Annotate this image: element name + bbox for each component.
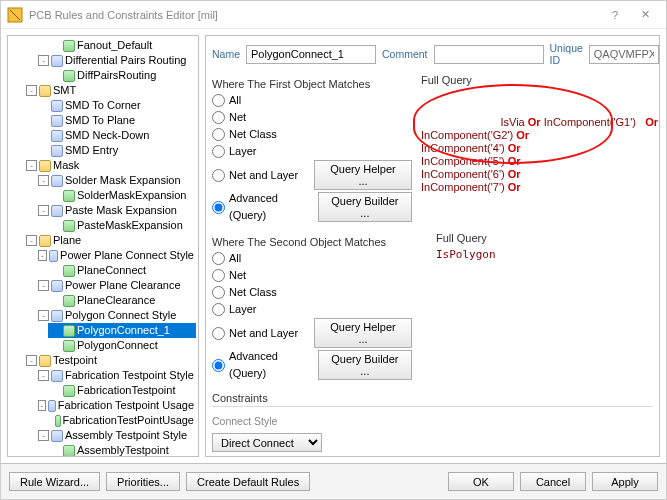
tree-node[interactable]: SMD To Corner (36, 98, 196, 113)
tree-node[interactable]: -Paste Mask Expansion (36, 203, 196, 218)
rule-icon (51, 370, 63, 382)
expand-toggle[interactable]: - (38, 430, 49, 441)
match-radio-label: Net Class (229, 126, 277, 143)
fullquery1-text[interactable]: IsVia Or InComponent('G1') OrInComponent… (421, 88, 658, 196)
match-radio-advanced-query-[interactable] (212, 359, 225, 372)
match-radio-net[interactable] (212, 269, 225, 282)
connect-style-select[interactable]: Direct Connect (212, 433, 322, 452)
tree-node[interactable]: PlaneConnect (48, 263, 196, 278)
match-radio-net-class[interactable] (212, 128, 225, 141)
tree-node[interactable]: -SMT (24, 83, 196, 98)
tree-node[interactable]: -Differential Pairs Routing (36, 53, 196, 68)
match-radio-layer[interactable] (212, 145, 225, 158)
tree-node[interactable]: -Polygon Connect Style (36, 308, 196, 323)
titlebar: PCB Rules and Constraints Editor [mil] ?… (1, 1, 666, 29)
match1-title: Where The First Object Matches (212, 78, 412, 90)
tree-node[interactable]: -Assembly Testpoint Style (36, 428, 196, 443)
help-button[interactable]: ? (600, 5, 630, 25)
tree-node[interactable]: SolderMaskExpansion (48, 188, 196, 203)
rule-icon (48, 400, 56, 412)
tree-node[interactable]: -Solder Mask Expansion (36, 173, 196, 188)
match-radio-all[interactable] (212, 252, 225, 265)
tree-node[interactable]: DiffPairsRouting (48, 68, 196, 83)
match-radio-all[interactable] (212, 94, 225, 107)
expand-toggle[interactable]: - (38, 205, 49, 216)
tree-node-label: PolygonConnect (77, 338, 158, 353)
tree-node[interactable]: -Mask (24, 158, 196, 173)
rule-icon (51, 130, 63, 142)
tree-node[interactable]: PlaneClearance (48, 293, 196, 308)
match-radio-label: Net and Layer (229, 325, 298, 342)
match-radio-label: All (229, 92, 241, 109)
rule-icon (51, 310, 63, 322)
create-default-rules-button[interactable]: Create Default Rules (186, 472, 310, 491)
comment-input[interactable] (434, 45, 544, 64)
tree-node-label: PlaneConnect (77, 263, 146, 278)
rule-icon (51, 175, 63, 187)
expand-toggle[interactable]: - (26, 85, 37, 96)
tree-node[interactable]: -Power Plane Connect Style (36, 248, 196, 263)
query-builder-button[interactable]: Query Builder ... (318, 350, 412, 380)
expand-toggle[interactable]: - (38, 55, 49, 66)
leaf-icon (63, 295, 75, 307)
expand-toggle[interactable]: - (26, 235, 37, 246)
expand-toggle[interactable]: - (38, 250, 47, 261)
tree-node[interactable]: -Power Plane Clearance (36, 278, 196, 293)
tree-node-label: AssemblyTestpoint (77, 443, 169, 457)
match-radio-label: Net (229, 267, 246, 284)
query-helper-button[interactable]: Query Helper ... (314, 318, 412, 348)
name-input[interactable] (246, 45, 376, 64)
tree-node[interactable]: -Fabrication Testpoint Style (36, 368, 196, 383)
tree-node[interactable]: FabricationTestPointUsage (48, 413, 196, 428)
expand-toggle[interactable]: - (38, 280, 49, 291)
close-button[interactable]: ✕ (630, 5, 660, 25)
match-radio-net-class[interactable] (212, 286, 225, 299)
tree-node-label: SMT (53, 83, 76, 98)
match-radio-net[interactable] (212, 111, 225, 124)
cancel-button[interactable]: Cancel (520, 472, 586, 491)
tree-node[interactable]: AssemblyTestpoint (48, 443, 196, 457)
leaf-icon (63, 265, 75, 277)
expand-toggle[interactable]: - (38, 370, 49, 381)
tree-node-label: Solder Mask Expansion (65, 173, 181, 188)
match-radio-layer[interactable] (212, 303, 225, 316)
tree-node[interactable]: -Testpoint (24, 353, 196, 368)
expand-toggle[interactable]: - (26, 160, 37, 171)
rule-icon (51, 55, 63, 67)
match-radio-label: Advanced (Query) (229, 348, 314, 382)
rules-tree[interactable]: Fanout_Default-Differential Pairs Routin… (7, 35, 199, 457)
tree-node[interactable]: -Fabrication Testpoint Usage (36, 398, 196, 413)
match-radio-net-and-layer[interactable] (212, 169, 225, 182)
tree-node[interactable]: SMD Neck-Down (36, 128, 196, 143)
fullquery2-text[interactable]: IsPolygon (436, 246, 653, 263)
expand-toggle[interactable]: - (38, 175, 49, 186)
tree-node[interactable]: FabricationTestpoint (48, 383, 196, 398)
leaf-icon (63, 325, 75, 337)
tree-node[interactable]: SMD To Plane (36, 113, 196, 128)
tree-node[interactable]: PolygonConnect_1 (48, 323, 196, 338)
tree-node-label: SolderMaskExpansion (77, 188, 186, 203)
query-builder-button[interactable]: Query Builder ... (318, 192, 412, 222)
rule-wizard-button[interactable]: Rule Wizard... (9, 472, 100, 491)
rule-icon (51, 430, 63, 442)
expand-toggle[interactable]: - (26, 355, 37, 366)
folder-icon (39, 355, 51, 367)
tree-node[interactable]: Fanout_Default (48, 38, 196, 53)
folder-icon (39, 160, 51, 172)
tree-node-label: SMD Entry (65, 143, 118, 158)
priorities-button[interactable]: Priorities... (106, 472, 180, 491)
match-radio-advanced-query-[interactable] (212, 201, 225, 214)
tree-node[interactable]: PasteMaskExpansion (48, 218, 196, 233)
tree-node[interactable]: -Plane (24, 233, 196, 248)
expand-toggle[interactable]: - (38, 310, 49, 321)
ok-button[interactable]: OK (448, 472, 514, 491)
tree-node-label: Power Plane Connect Style (60, 248, 194, 263)
match-radio-net-and-layer[interactable] (212, 327, 225, 340)
tree-node-label: Fabrication Testpoint Style (65, 368, 194, 383)
tree-node[interactable]: SMD Entry (36, 143, 196, 158)
query-helper-button[interactable]: Query Helper ... (314, 160, 412, 190)
expand-toggle[interactable]: - (38, 400, 46, 411)
apply-button[interactable]: Apply (592, 472, 658, 491)
tree-node[interactable]: PolygonConnect (48, 338, 196, 353)
match-radio-label: Advanced (Query) (229, 190, 314, 224)
